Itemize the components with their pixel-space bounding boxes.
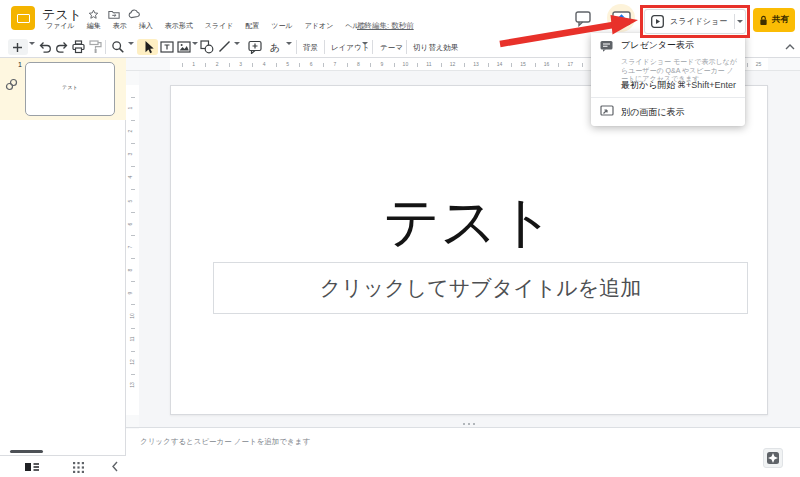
view-switcher-bar	[0, 455, 126, 477]
last-edit-link[interactable]: 最終編集: 数秒前	[357, 21, 414, 31]
menu-view[interactable]: 表示	[107, 21, 133, 31]
slide-title-text[interactable]: テスト	[171, 194, 767, 250]
collapse-toolbar-icon[interactable]	[784, 42, 796, 52]
transition-button[interactable]: 切り替え効果	[413, 43, 458, 53]
start-from-beginning-label: 最初から開始	[621, 79, 675, 92]
separator	[105, 40, 106, 54]
vertical-ruler: 12345678910111213	[126, 71, 139, 429]
redo-icon[interactable]	[55, 41, 69, 54]
grid-view-icon[interactable]	[72, 461, 85, 474]
undo-icon[interactable]	[38, 41, 52, 54]
insert-comment-icon[interactable]	[248, 40, 262, 54]
presenter-view-icon	[600, 40, 614, 52]
presenter-view-label: プレゼンター表示	[621, 39, 694, 52]
filmstrip-scrollbar[interactable]	[10, 450, 43, 453]
speaker-notes-placeholder[interactable]: クリックするとスピーカー ノートを追加できます	[140, 437, 310, 447]
paint-format-icon[interactable]	[89, 40, 102, 54]
new-slide-button[interactable]	[12, 42, 23, 53]
other-screen-label: 別の画面に表示	[621, 106, 684, 119]
shortcut-text: ⌘+Shift+Enter	[677, 80, 736, 90]
slideshow-menu: プレゼンター表示 スライドショー モードで表示しなが らユーザーの Q&A やス…	[591, 33, 745, 126]
divider	[734, 14, 735, 29]
menu-addons[interactable]: アドオン	[299, 21, 340, 31]
textbox-icon[interactable]	[160, 40, 174, 54]
filmstrip-view-icon[interactable]	[24, 461, 40, 473]
slideshow-button[interactable]: スライドショー	[644, 9, 746, 34]
print-icon[interactable]	[72, 40, 85, 54]
explore-button[interactable]	[763, 448, 783, 468]
zoom-icon[interactable]	[111, 40, 125, 54]
menu-tools[interactable]: ツール	[265, 21, 298, 31]
share-label: 共有	[772, 14, 789, 26]
menu-insert[interactable]: 挿入	[133, 21, 159, 31]
slide-number: 1	[12, 61, 22, 68]
slide-link-icon	[5, 78, 18, 91]
select-cursor-icon[interactable]	[142, 40, 155, 54]
play-icon	[651, 15, 664, 28]
menu-format[interactable]: 表示形式	[159, 21, 199, 31]
move-folder-icon[interactable]	[108, 9, 120, 20]
lock-icon	[759, 15, 768, 26]
collapse-panel-icon[interactable]	[110, 460, 120, 473]
filmstrip-panel: 1 テスト	[0, 58, 126, 477]
separator	[406, 40, 407, 54]
explore-star-icon	[767, 452, 779, 464]
present-to-meeting-icon[interactable]	[612, 11, 631, 26]
separator	[372, 40, 373, 54]
subtitle-placeholder-text: クリックしてサブタイトルを追加	[320, 274, 641, 302]
input-tools-button[interactable]: あ	[270, 41, 280, 55]
menu-bar: ファイル 編集 表示 挿入 表示形式 スライド 配置 ツール アドオン ヘルプ	[40, 21, 373, 31]
slideshow-label: スライドショー	[670, 16, 727, 27]
comment-icon[interactable]	[575, 11, 592, 27]
notes-divider	[126, 427, 800, 428]
slides-logo-icon[interactable]	[11, 6, 35, 30]
slide-thumbnail[interactable]: テスト	[25, 62, 115, 116]
separator	[296, 40, 297, 54]
subtitle-placeholder-box[interactable]: クリックしてサブタイトルを追加	[213, 262, 748, 314]
menu-divider	[591, 97, 745, 98]
annotation-red-box: スライドショー	[640, 5, 750, 38]
other-screen-icon	[600, 105, 614, 117]
share-button[interactable]: 共有	[753, 8, 795, 32]
insert-image-icon[interactable]	[177, 40, 191, 54]
menu-item-presenter-view[interactable]: プレゼンター表示 スライドショー モードで表示しなが らユーザーの Q&A やス…	[591, 39, 745, 79]
menu-item-present-other-screen[interactable]: 別の画面に表示	[591, 105, 745, 120]
menu-file[interactable]: ファイル	[40, 21, 81, 31]
cloud-status-icon[interactable]	[128, 9, 141, 19]
menu-slide[interactable]: スライド	[199, 21, 240, 31]
menu-edit[interactable]: 編集	[81, 21, 107, 31]
shape-icon[interactable]	[200, 40, 214, 54]
background-button[interactable]: 背景	[303, 43, 318, 53]
theme-button[interactable]: テーマ	[380, 43, 403, 53]
slideshow-dropdown-caret[interactable]	[737, 20, 743, 23]
star-icon[interactable]	[88, 9, 99, 20]
menu-arrange[interactable]: 配置	[239, 21, 265, 31]
slide-thumbnail-row[interactable]: 1 テスト	[0, 58, 126, 120]
thumbnail-title: テスト	[26, 84, 114, 90]
notes-drag-handle[interactable]	[463, 423, 465, 425]
separator	[324, 40, 325, 54]
line-tool-icon[interactable]	[218, 40, 231, 53]
slide-editor[interactable]: テスト クリックしてサブタイトルを追加	[170, 85, 768, 415]
